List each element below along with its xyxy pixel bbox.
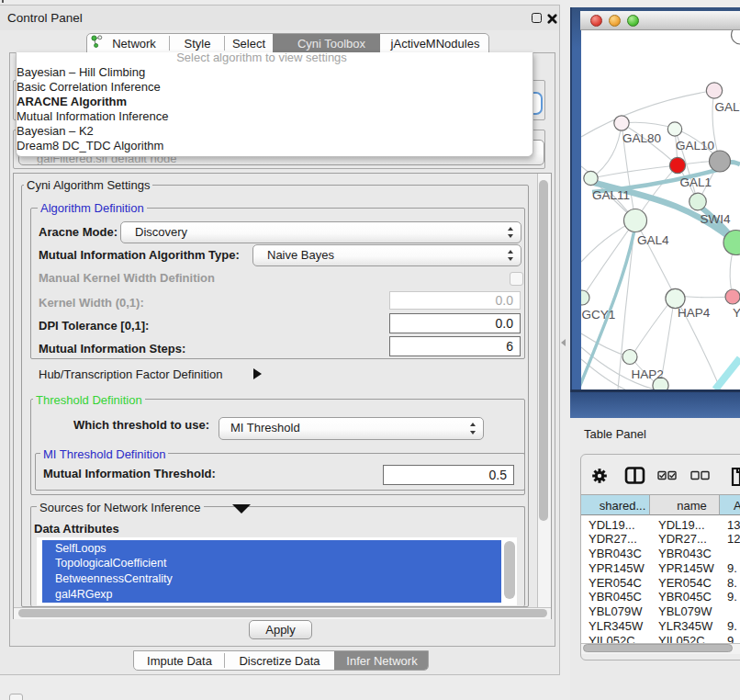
svg-text:GAL4: GAL4 — [637, 233, 669, 247]
svg-text:GCY1: GCY1 — [582, 308, 616, 322]
svg-text:GAL7: GAL7 — [715, 100, 740, 114]
svg-text:GAL10: GAL10 — [676, 139, 714, 152]
svg-text:SWI4: SWI4 — [701, 212, 731, 226]
svg-text:GAL11: GAL11 — [592, 188, 630, 202]
svg-text:GAL1: GAL1 — [680, 175, 712, 189]
svg-text:Y: Y — [733, 306, 740, 320]
svg-text:HAP2: HAP2 — [632, 367, 664, 381]
svg-text:GAL80: GAL80 — [622, 131, 661, 145]
svg-text:HAP4: HAP4 — [678, 306, 711, 320]
